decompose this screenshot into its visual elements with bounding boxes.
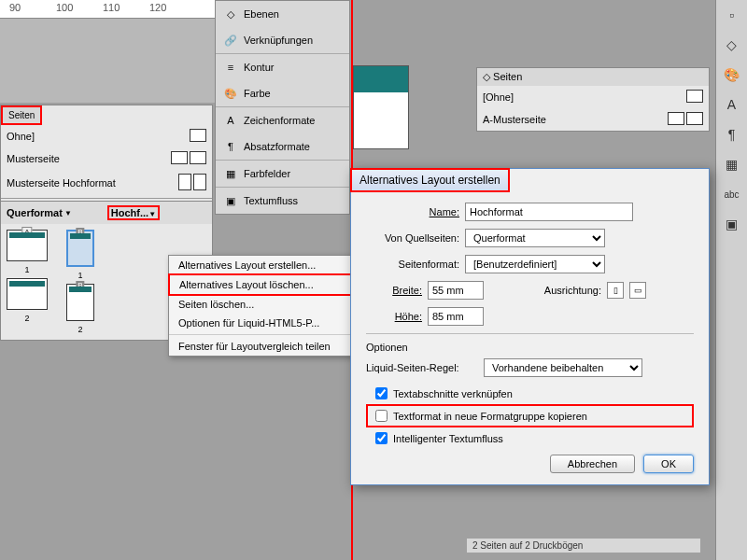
layout-tab-querformat[interactable]: Querformat ▼ bbox=[7, 205, 72, 220]
liquid-select[interactable]: Vorhandene beibehalten bbox=[484, 358, 642, 377]
smart-textflow-checkbox[interactable] bbox=[375, 432, 388, 444]
master-none-row[interactable]: Ohne] bbox=[1, 125, 212, 147]
page-thumb-h1[interactable]: B bbox=[66, 230, 94, 267]
source-label: Von Quellseiten: bbox=[366, 232, 459, 244]
name-input[interactable] bbox=[465, 203, 633, 221]
wrap-icon[interactable]: ▣ bbox=[723, 215, 741, 233]
orientation-label: Ausrichtung: bbox=[517, 285, 601, 296]
alternative-layout-dialog: Alternatives Layout erstellen Name: Von … bbox=[350, 168, 710, 485]
type-icon[interactable]: abc bbox=[723, 185, 741, 203]
name-label: Name: bbox=[366, 206, 459, 217]
layers-icon: ◇ bbox=[223, 7, 238, 21]
panel-ebenen[interactable]: ◇Ebenen bbox=[216, 1, 349, 27]
width-label: Breite: bbox=[366, 285, 422, 296]
char-style-icon: A bbox=[223, 113, 238, 128]
layout-tab-hochformat[interactable]: Hochf...▼ bbox=[107, 205, 160, 220]
color-tool-icon[interactable]: 🎨 bbox=[723, 65, 741, 84]
right-toolbar: ▫ ◇ 🎨 A ¶ ▦ abc ▣ bbox=[715, 0, 747, 560]
panel-zeichenformate[interactable]: AZeichenformate bbox=[216, 107, 349, 133]
master-row[interactable]: Musterseite bbox=[1, 147, 212, 170]
side-panel-dock: ◇Ebenen 🔗Verknüpfungen ≡Kontur 🎨Farbe AZ… bbox=[215, 0, 350, 215]
layout-context-menu: Alternatives Layout erstellen... Alterna… bbox=[168, 255, 355, 357]
width-input[interactable] bbox=[428, 281, 484, 300]
document-preview bbox=[353, 65, 409, 149]
panel-farbfelder[interactable]: ▦Farbfelder bbox=[216, 161, 349, 187]
status-bar: 2 Seiten auf 2 Druckbögen bbox=[467, 539, 700, 553]
panel-absatzformate[interactable]: ¶Absatzformate bbox=[216, 133, 349, 160]
page-thumb-h2[interactable]: B bbox=[66, 284, 94, 321]
swatches-tool-icon[interactable]: ▦ bbox=[723, 155, 741, 174]
panel-kontur[interactable]: ≡Kontur bbox=[216, 54, 349, 80]
ctx-delete-pages[interactable]: Seiten löschen... bbox=[169, 295, 354, 314]
pages-panel-right: ◇ Seiten [Ohne] A-Musterseite bbox=[476, 67, 710, 132]
height-input[interactable] bbox=[428, 307, 484, 326]
landscape-icon[interactable]: ▭ bbox=[629, 282, 646, 299]
link-text-checkbox[interactable] bbox=[375, 387, 388, 399]
copy-textformat-checkbox[interactable] bbox=[375, 410, 388, 422]
dialog-title: Alternatives Layout erstellen bbox=[350, 168, 510, 192]
options-header: Optionen bbox=[366, 342, 694, 353]
format-select[interactable]: [Benutzerdefiniert] bbox=[465, 255, 605, 273]
pages-tab-right[interactable]: Seiten bbox=[493, 71, 522, 82]
height-label: Höhe: bbox=[366, 311, 422, 322]
source-select[interactable]: Querformat bbox=[465, 229, 605, 247]
format-label: Seitenformat: bbox=[366, 259, 459, 270]
ctx-create-layout[interactable]: Alternatives Layout erstellen... bbox=[169, 256, 354, 274]
para-icon[interactable]: ¶ bbox=[723, 125, 741, 144]
links-icon: 🔗 bbox=[223, 33, 238, 48]
liquid-label: Liquid-Seiten-Regel: bbox=[366, 362, 478, 373]
swatches-icon: ▦ bbox=[223, 166, 238, 181]
pages-tab[interactable]: Seiten bbox=[1, 105, 42, 125]
textwrap-icon: ▣ bbox=[223, 193, 238, 208]
ctx-layout-compare[interactable]: Fenster für Layoutvergleich teilen bbox=[169, 337, 354, 356]
cancel-button[interactable]: Abbrechen bbox=[550, 455, 635, 473]
para-style-icon: ¶ bbox=[223, 139, 238, 154]
panel-verknupfungen[interactable]: 🔗Verknüpfungen bbox=[216, 27, 349, 53]
layers-icon[interactable]: ◇ bbox=[723, 35, 741, 54]
stroke-icon: ≡ bbox=[223, 60, 238, 75]
panel-textumfluss[interactable]: ▣Textumfluss bbox=[216, 188, 349, 214]
page-thumb-q2[interactable] bbox=[7, 278, 48, 310]
portrait-icon[interactable]: ▯ bbox=[607, 282, 624, 299]
color-icon: 🎨 bbox=[223, 86, 238, 101]
char-icon[interactable]: A bbox=[723, 95, 741, 114]
horizontal-ruler: 90 100 110 120 bbox=[0, 0, 215, 19]
ctx-delete-layout[interactable]: Alternatives Layout löschen... bbox=[168, 273, 355, 296]
pages-icon[interactable]: ▫ bbox=[723, 6, 741, 24]
master-hochformat-row[interactable]: Musterseite Hochformat bbox=[1, 170, 212, 196]
page-thumb-q1[interactable]: A bbox=[7, 230, 48, 261]
ok-button[interactable]: OK bbox=[643, 455, 694, 473]
ctx-liquid-options[interactable]: Optionen für Liquid-HTML5-P... bbox=[169, 314, 354, 332]
panel-farbe[interactable]: 🎨Farbe bbox=[216, 80, 349, 106]
